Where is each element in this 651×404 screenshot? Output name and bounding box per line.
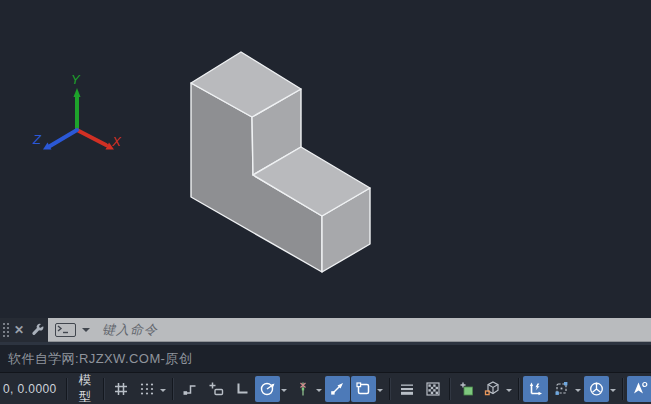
transparency-icon [425, 381, 441, 397]
separator [389, 378, 390, 400]
grid-button[interactable] [108, 376, 133, 402]
status-bar: 0, 0.0000 模型 [0, 372, 651, 404]
separator [172, 378, 173, 400]
polar-tracking-icon [259, 380, 276, 397]
ucs-z-label: Z [32, 132, 42, 147]
transparency-button[interactable] [420, 376, 445, 402]
ucs-icon[interactable]: Y X Z [32, 72, 122, 150]
3d-object-snap-dropdown-icon[interactable] [506, 389, 512, 395]
command-placeholder: 键入命令 [102, 321, 158, 339]
command-input[interactable]: 键入命令 [48, 318, 651, 342]
dynamic-input-button[interactable] [203, 376, 228, 402]
customize-wrench-icon[interactable] [30, 323, 45, 338]
polar-tracking-button[interactable] [255, 376, 280, 402]
gizmo-button[interactable] [584, 376, 609, 402]
object-snap-tracking-button[interactable] [290, 376, 315, 402]
3d-object-snap-button[interactable] [480, 376, 505, 402]
2d-object-snap-icon [355, 380, 372, 397]
selection-filtering-dropdown-icon[interactable] [575, 389, 581, 395]
ucs-x-axis [77, 130, 106, 145]
watermark-row: 软件自学网:RJZXW.COM-原创 [0, 342, 651, 372]
snap-dots-icon [139, 381, 155, 397]
separator [103, 378, 104, 400]
coordinates-display[interactable]: 0, 0.0000 [2, 382, 62, 396]
selection-filtering-icon [553, 380, 570, 397]
lineweight-icon [399, 381, 415, 397]
separator [449, 378, 450, 400]
selection-cycling-button[interactable] [454, 376, 479, 402]
infer-constraints-icon [182, 381, 198, 397]
infer-constraints-button[interactable] [177, 376, 202, 402]
object-snap-icon [329, 380, 346, 397]
command-bar-handle-area: ✕ [0, 318, 48, 342]
dynamic-ucs-button[interactable] [523, 376, 548, 402]
ucs-z-axis [50, 130, 77, 146]
lineweight-button[interactable] [394, 376, 419, 402]
separator [518, 378, 519, 400]
dynamic-ucs-icon [527, 380, 544, 397]
close-icon[interactable]: ✕ [14, 323, 24, 337]
watermark-text: 软件自学网:RJZXW.COM-原创 [8, 350, 192, 368]
gizmo-dropdown-icon[interactable] [610, 389, 616, 395]
drag-grip-icon[interactable] [2, 322, 9, 338]
command-line-bar: ✕ 键入命令 [0, 318, 651, 342]
separator [622, 378, 623, 400]
ucs-y-label: Y [71, 72, 81, 87]
ortho-icon [234, 381, 250, 397]
ortho-button[interactable] [229, 376, 254, 402]
3d-object-snap-icon [484, 380, 501, 397]
selection-cycling-icon [459, 381, 475, 397]
separator [66, 378, 67, 400]
ucs-x-label: X [111, 134, 122, 149]
dynamic-input-icon [208, 381, 224, 397]
gizmo-icon [588, 380, 605, 397]
snap-dropdown-icon[interactable] [160, 389, 166, 395]
object-snap-tracking-icon [295, 381, 311, 397]
object-snap-button[interactable] [325, 376, 350, 402]
2d-object-snap-dropdown-icon[interactable] [377, 389, 383, 395]
command-prompt-icon[interactable] [55, 323, 76, 337]
2d-object-snap-button[interactable] [351, 376, 376, 402]
selection-filtering-button[interactable] [549, 376, 574, 402]
model-space-button[interactable]: 模型 [71, 376, 100, 402]
snap-mode-button[interactable] [134, 376, 159, 402]
grid-icon [113, 381, 129, 397]
annotation-visibility-icon [631, 380, 649, 397]
drawing-viewport[interactable]: Y X Z [0, 0, 651, 318]
object-snap-tracking-dropdown-icon[interactable] [316, 389, 322, 395]
polar-dropdown-icon[interactable] [281, 389, 287, 395]
ucs-y-arrow [74, 88, 81, 97]
annotation-visibility-button[interactable] [627, 376, 651, 402]
l-shaped-solid[interactable] [191, 52, 370, 272]
recent-commands-dropdown-icon[interactable] [82, 328, 90, 336]
